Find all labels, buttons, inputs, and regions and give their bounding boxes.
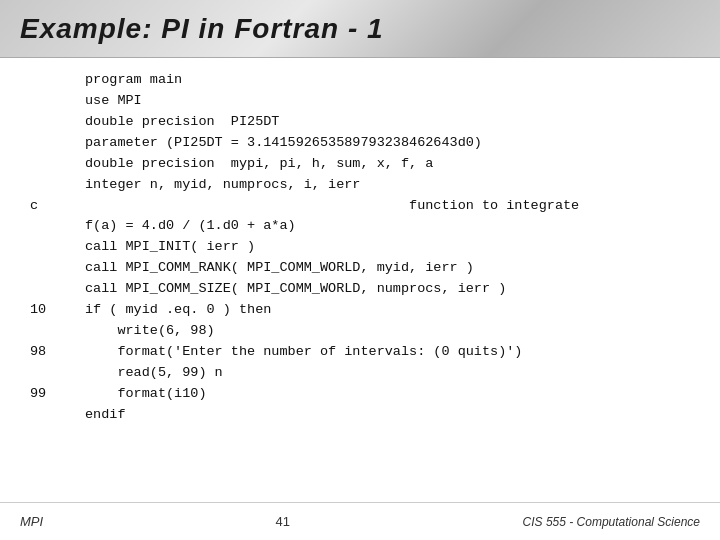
line-label [30, 70, 85, 91]
footer-left: MPI [20, 514, 43, 529]
line-label: 99 [30, 384, 85, 405]
line-label: 98 [30, 342, 85, 363]
code-line: double precision PI25DT [30, 112, 690, 133]
line-label [30, 279, 85, 300]
code-line: 98 format('Enter the number of intervals… [30, 342, 690, 363]
slide-title: Example: PI in Fortran - 1 [20, 13, 384, 45]
footer: MPI 41 CIS 555 - Computational Science [0, 502, 720, 540]
line-label [30, 216, 85, 237]
line-label [30, 175, 85, 196]
line-content: double precision mypi, pi, h, sum, x, f,… [85, 154, 690, 175]
line-label [30, 133, 85, 154]
code-line: call MPI_COMM_RANK( MPI_COMM_WORLD, myid… [30, 258, 690, 279]
line-label [30, 405, 85, 426]
line-label [30, 154, 85, 175]
slide-container: Example: PI in Fortran - 1 program mainu… [0, 0, 720, 540]
code-line: write(6, 98) [30, 321, 690, 342]
line-label [30, 363, 85, 384]
code-line: read(5, 99) n [30, 363, 690, 384]
line-content: integer n, myid, numprocs, i, ierr [85, 175, 690, 196]
code-line: 10if ( myid .eq. 0 ) then [30, 300, 690, 321]
line-label [30, 237, 85, 258]
code-line: 99 format(i10) [30, 384, 690, 405]
code-line: program main [30, 70, 690, 91]
content-area: program mainuse MPIdouble precision PI25… [0, 58, 720, 502]
line-label [30, 258, 85, 279]
line-content: parameter (PI25DT = 3.141592653589793238… [85, 133, 690, 154]
line-label [30, 112, 85, 133]
line-content: program main [85, 70, 690, 91]
line-content: call MPI_INIT( ierr ) [85, 237, 690, 258]
code-line: integer n, myid, numprocs, i, ierr [30, 175, 690, 196]
line-content: double precision PI25DT [85, 112, 690, 133]
line-content: use MPI [85, 91, 690, 112]
code-line: f(a) = 4.d0 / (1.d0 + a*a) [30, 216, 690, 237]
line-label: c [30, 196, 85, 217]
line-label: 10 [30, 300, 85, 321]
line-content: read(5, 99) n [85, 363, 690, 384]
line-content: f(a) = 4.d0 / (1.d0 + a*a) [85, 216, 690, 237]
code-line: c function to integrate [30, 196, 690, 217]
code-line: use MPI [30, 91, 690, 112]
code-block: program mainuse MPIdouble precision PI25… [30, 70, 690, 502]
line-content: if ( myid .eq. 0 ) then [85, 300, 690, 321]
code-line: double precision mypi, pi, h, sum, x, f,… [30, 154, 690, 175]
line-label [30, 321, 85, 342]
footer-page-number: 41 [276, 514, 290, 529]
code-line: endif [30, 405, 690, 426]
line-content: format('Enter the number of intervals: (… [85, 342, 690, 363]
footer-right: CIS 555 - Computational Science [523, 515, 700, 529]
code-line: call MPI_COMM_SIZE( MPI_COMM_WORLD, nump… [30, 279, 690, 300]
line-label [30, 91, 85, 112]
line-content: write(6, 98) [85, 321, 690, 342]
code-line: call MPI_INIT( ierr ) [30, 237, 690, 258]
line-content: call MPI_COMM_SIZE( MPI_COMM_WORLD, nump… [85, 279, 690, 300]
title-bar: Example: PI in Fortran - 1 [0, 0, 720, 58]
line-content: function to integrate [85, 196, 690, 217]
line-content: call MPI_COMM_RANK( MPI_COMM_WORLD, myid… [85, 258, 690, 279]
line-content: format(i10) [85, 384, 690, 405]
code-line: parameter (PI25DT = 3.141592653589793238… [30, 133, 690, 154]
line-content: endif [85, 405, 690, 426]
